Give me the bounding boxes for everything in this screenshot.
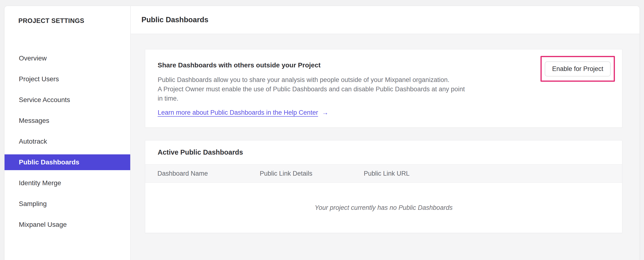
settings-panel: PROJECT SETTINGS OverviewProject UsersSe… <box>4 6 640 260</box>
sidebar-item-mixpanel-usage[interactable]: Mixpanel Usage <box>4 217 130 232</box>
sidebar-item-service-accounts[interactable]: Service Accounts <box>4 92 130 108</box>
sidebar: PROJECT SETTINGS OverviewProject UsersSe… <box>4 6 131 260</box>
page-title: Public Dashboards <box>142 16 208 24</box>
content-area: Share Dashboards with others outside you… <box>131 34 640 260</box>
sidebar-nav: OverviewProject UsersService AccountsMes… <box>4 50 130 232</box>
column-header-dashboard-name: Dashboard Name <box>145 170 260 177</box>
sidebar-item-sampling[interactable]: Sampling <box>4 196 130 212</box>
main-area: Public Dashboards Share Dashboards with … <box>131 6 640 260</box>
annotation-highlight-box: Enable for Project <box>540 56 615 82</box>
help-center-link[interactable]: Learn more about Public Dashboards in th… <box>158 108 328 117</box>
active-dashboards-title: Active Public Dashboards <box>158 148 622 156</box>
description-line: in time. <box>158 94 622 103</box>
sidebar-item-project-users[interactable]: Project Users <box>4 71 130 87</box>
arrow-right-icon: → <box>322 109 328 116</box>
sidebar-item-public-dashboards[interactable]: Public Dashboards <box>4 154 130 170</box>
help-center-link-label: Learn more about Public Dashboards in th… <box>158 109 318 116</box>
active-dashboards-card: Active Public Dashboards Dashboard NameP… <box>145 140 622 233</box>
sidebar-item-messages[interactable]: Messages <box>4 113 130 128</box>
table-header-row: Dashboard NamePublic Link DetailsPublic … <box>145 164 622 183</box>
sidebar-item-overview[interactable]: Overview <box>4 50 130 66</box>
sidebar-title: PROJECT SETTINGS <box>18 17 130 25</box>
sidebar-item-identity-merge[interactable]: Identity Merge <box>4 175 130 191</box>
column-header-public-link-url: Public Link URL <box>364 170 622 177</box>
description-line: A Project Owner must enable the use of P… <box>158 85 622 94</box>
empty-state-message: Your project currently has no Public Das… <box>315 204 453 211</box>
sidebar-item-autotrack[interactable]: Autotrack <box>4 134 130 149</box>
page-header: Public Dashboards <box>131 6 640 34</box>
column-header-public-link-details: Public Link Details <box>260 170 364 177</box>
table-empty-row: Your project currently has no Public Das… <box>145 183 622 233</box>
enable-for-project-button[interactable]: Enable for Project <box>545 61 610 76</box>
